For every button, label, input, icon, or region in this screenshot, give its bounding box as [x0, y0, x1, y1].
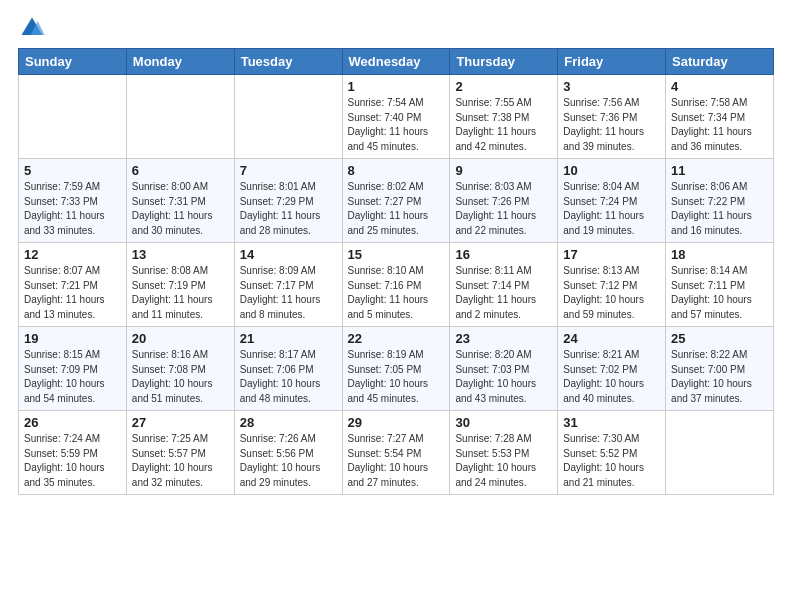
- calendar-cell: 6Sunrise: 8:00 AMSunset: 7:31 PMDaylight…: [126, 159, 234, 243]
- day-number: 21: [240, 331, 337, 346]
- weekday-header-row: SundayMondayTuesdayWednesdayThursdayFrid…: [19, 49, 774, 75]
- day-number: 11: [671, 163, 768, 178]
- calendar-cell: 19Sunrise: 8:15 AMSunset: 7:09 PMDayligh…: [19, 327, 127, 411]
- weekday-header-friday: Friday: [558, 49, 666, 75]
- day-info: Sunrise: 7:24 AMSunset: 5:59 PMDaylight:…: [24, 432, 121, 490]
- day-number: 2: [455, 79, 552, 94]
- logo: [18, 14, 48, 42]
- weekday-header-saturday: Saturday: [666, 49, 774, 75]
- calendar-week-row: 26Sunrise: 7:24 AMSunset: 5:59 PMDayligh…: [19, 411, 774, 495]
- calendar-cell: 16Sunrise: 8:11 AMSunset: 7:14 PMDayligh…: [450, 243, 558, 327]
- calendar-cell: 7Sunrise: 8:01 AMSunset: 7:29 PMDaylight…: [234, 159, 342, 243]
- day-number: 14: [240, 247, 337, 262]
- calendar-cell: 15Sunrise: 8:10 AMSunset: 7:16 PMDayligh…: [342, 243, 450, 327]
- day-number: 29: [348, 415, 445, 430]
- weekday-header-monday: Monday: [126, 49, 234, 75]
- calendar-cell: 9Sunrise: 8:03 AMSunset: 7:26 PMDaylight…: [450, 159, 558, 243]
- day-number: 25: [671, 331, 768, 346]
- calendar-cell: 17Sunrise: 8:13 AMSunset: 7:12 PMDayligh…: [558, 243, 666, 327]
- logo-icon: [18, 14, 46, 42]
- day-info: Sunrise: 8:17 AMSunset: 7:06 PMDaylight:…: [240, 348, 337, 406]
- calendar-week-row: 1Sunrise: 7:54 AMSunset: 7:40 PMDaylight…: [19, 75, 774, 159]
- day-info: Sunrise: 8:02 AMSunset: 7:27 PMDaylight:…: [348, 180, 445, 238]
- calendar-cell: 10Sunrise: 8:04 AMSunset: 7:24 PMDayligh…: [558, 159, 666, 243]
- calendar-week-row: 19Sunrise: 8:15 AMSunset: 7:09 PMDayligh…: [19, 327, 774, 411]
- day-number: 3: [563, 79, 660, 94]
- day-number: 1: [348, 79, 445, 94]
- calendar-cell: 2Sunrise: 7:55 AMSunset: 7:38 PMDaylight…: [450, 75, 558, 159]
- day-info: Sunrise: 8:20 AMSunset: 7:03 PMDaylight:…: [455, 348, 552, 406]
- day-info: Sunrise: 8:22 AMSunset: 7:00 PMDaylight:…: [671, 348, 768, 406]
- day-info: Sunrise: 8:01 AMSunset: 7:29 PMDaylight:…: [240, 180, 337, 238]
- day-info: Sunrise: 8:19 AMSunset: 7:05 PMDaylight:…: [348, 348, 445, 406]
- calendar-cell: 29Sunrise: 7:27 AMSunset: 5:54 PMDayligh…: [342, 411, 450, 495]
- day-number: 4: [671, 79, 768, 94]
- day-number: 19: [24, 331, 121, 346]
- day-info: Sunrise: 8:08 AMSunset: 7:19 PMDaylight:…: [132, 264, 229, 322]
- day-number: 12: [24, 247, 121, 262]
- calendar-cell: 13Sunrise: 8:08 AMSunset: 7:19 PMDayligh…: [126, 243, 234, 327]
- day-number: 17: [563, 247, 660, 262]
- day-number: 9: [455, 163, 552, 178]
- day-info: Sunrise: 8:10 AMSunset: 7:16 PMDaylight:…: [348, 264, 445, 322]
- day-info: Sunrise: 8:07 AMSunset: 7:21 PMDaylight:…: [24, 264, 121, 322]
- day-info: Sunrise: 8:00 AMSunset: 7:31 PMDaylight:…: [132, 180, 229, 238]
- weekday-header-sunday: Sunday: [19, 49, 127, 75]
- day-info: Sunrise: 7:30 AMSunset: 5:52 PMDaylight:…: [563, 432, 660, 490]
- day-number: 22: [348, 331, 445, 346]
- calendar-table: SundayMondayTuesdayWednesdayThursdayFrid…: [18, 48, 774, 495]
- day-number: 15: [348, 247, 445, 262]
- calendar-cell: 23Sunrise: 8:20 AMSunset: 7:03 PMDayligh…: [450, 327, 558, 411]
- calendar-cell: 14Sunrise: 8:09 AMSunset: 7:17 PMDayligh…: [234, 243, 342, 327]
- day-number: 7: [240, 163, 337, 178]
- day-info: Sunrise: 7:28 AMSunset: 5:53 PMDaylight:…: [455, 432, 552, 490]
- day-number: 20: [132, 331, 229, 346]
- day-number: 10: [563, 163, 660, 178]
- calendar-cell: [666, 411, 774, 495]
- calendar-cell: 4Sunrise: 7:58 AMSunset: 7:34 PMDaylight…: [666, 75, 774, 159]
- calendar-cell: [19, 75, 127, 159]
- day-info: Sunrise: 8:06 AMSunset: 7:22 PMDaylight:…: [671, 180, 768, 238]
- day-number: 26: [24, 415, 121, 430]
- day-info: Sunrise: 8:13 AMSunset: 7:12 PMDaylight:…: [563, 264, 660, 322]
- day-info: Sunrise: 8:21 AMSunset: 7:02 PMDaylight:…: [563, 348, 660, 406]
- day-info: Sunrise: 7:25 AMSunset: 5:57 PMDaylight:…: [132, 432, 229, 490]
- calendar-cell: 27Sunrise: 7:25 AMSunset: 5:57 PMDayligh…: [126, 411, 234, 495]
- page: SundayMondayTuesdayWednesdayThursdayFrid…: [0, 0, 792, 612]
- weekday-header-tuesday: Tuesday: [234, 49, 342, 75]
- day-number: 5: [24, 163, 121, 178]
- header: [18, 10, 774, 42]
- day-info: Sunrise: 8:14 AMSunset: 7:11 PMDaylight:…: [671, 264, 768, 322]
- calendar-week-row: 12Sunrise: 8:07 AMSunset: 7:21 PMDayligh…: [19, 243, 774, 327]
- calendar-cell: 31Sunrise: 7:30 AMSunset: 5:52 PMDayligh…: [558, 411, 666, 495]
- day-number: 24: [563, 331, 660, 346]
- calendar-week-row: 5Sunrise: 7:59 AMSunset: 7:33 PMDaylight…: [19, 159, 774, 243]
- calendar-cell: 22Sunrise: 8:19 AMSunset: 7:05 PMDayligh…: [342, 327, 450, 411]
- day-number: 28: [240, 415, 337, 430]
- calendar-cell: 5Sunrise: 7:59 AMSunset: 7:33 PMDaylight…: [19, 159, 127, 243]
- day-number: 18: [671, 247, 768, 262]
- day-number: 6: [132, 163, 229, 178]
- day-number: 23: [455, 331, 552, 346]
- day-number: 27: [132, 415, 229, 430]
- day-info: Sunrise: 8:04 AMSunset: 7:24 PMDaylight:…: [563, 180, 660, 238]
- day-info: Sunrise: 7:56 AMSunset: 7:36 PMDaylight:…: [563, 96, 660, 154]
- day-number: 16: [455, 247, 552, 262]
- day-info: Sunrise: 7:26 AMSunset: 5:56 PMDaylight:…: [240, 432, 337, 490]
- calendar-cell: 18Sunrise: 8:14 AMSunset: 7:11 PMDayligh…: [666, 243, 774, 327]
- day-info: Sunrise: 8:03 AMSunset: 7:26 PMDaylight:…: [455, 180, 552, 238]
- calendar-cell: 12Sunrise: 8:07 AMSunset: 7:21 PMDayligh…: [19, 243, 127, 327]
- calendar-cell: 11Sunrise: 8:06 AMSunset: 7:22 PMDayligh…: [666, 159, 774, 243]
- calendar-cell: 3Sunrise: 7:56 AMSunset: 7:36 PMDaylight…: [558, 75, 666, 159]
- calendar-cell: 1Sunrise: 7:54 AMSunset: 7:40 PMDaylight…: [342, 75, 450, 159]
- calendar-cell: [126, 75, 234, 159]
- day-number: 8: [348, 163, 445, 178]
- weekday-header-thursday: Thursday: [450, 49, 558, 75]
- day-info: Sunrise: 7:58 AMSunset: 7:34 PMDaylight:…: [671, 96, 768, 154]
- day-info: Sunrise: 7:55 AMSunset: 7:38 PMDaylight:…: [455, 96, 552, 154]
- calendar-cell: 8Sunrise: 8:02 AMSunset: 7:27 PMDaylight…: [342, 159, 450, 243]
- calendar-cell: [234, 75, 342, 159]
- day-number: 30: [455, 415, 552, 430]
- day-number: 31: [563, 415, 660, 430]
- day-info: Sunrise: 7:59 AMSunset: 7:33 PMDaylight:…: [24, 180, 121, 238]
